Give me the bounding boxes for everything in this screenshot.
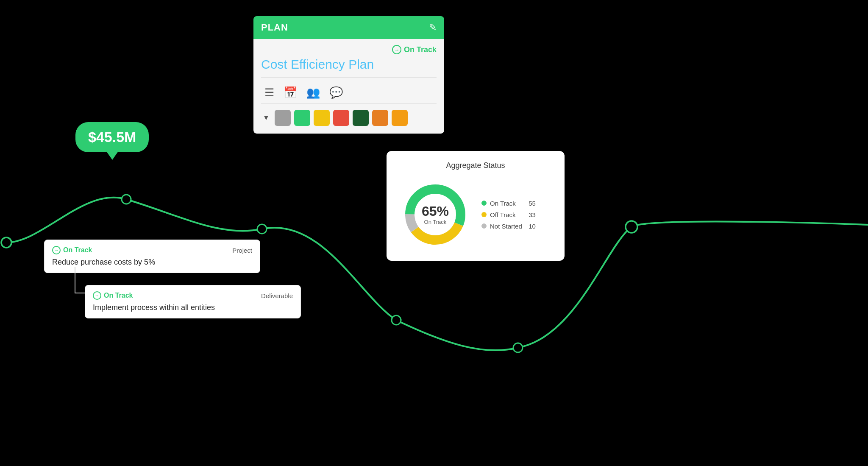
legend-item-on-track: On Track 55 (481, 200, 536, 207)
aggregate-content: 65% On Track On Track 55 Off Track 33 No… (399, 179, 552, 251)
project-card: → On Track Project Reduce purchase costs… (44, 240, 260, 273)
plan-card-body: → On Track Cost Efficiency Plan ☰ 📅 👥 💬 … (253, 39, 444, 134)
project-title: Reduce purchase costs by 5% (52, 258, 252, 267)
plan-card-header: PLAN ✎ (253, 16, 444, 39)
project-card-top: → On Track Project (52, 246, 252, 254)
deliverable-status-icon: → (93, 291, 101, 300)
donut-label: On Track (422, 219, 449, 225)
color-swatch-dark-green[interactable] (353, 110, 369, 126)
value-bubble: $45.5M (75, 122, 149, 152)
project-type-label: Project (232, 247, 252, 254)
legend-label-off-track: Off Track (490, 211, 522, 218)
connector-vertical (75, 267, 75, 293)
plan-card-color-swatches: ▼ (261, 108, 437, 129)
legend-item-off-track: Off Track 33 (481, 211, 536, 218)
deliverable-type-label: Deliverable (261, 292, 293, 299)
legend-dot-off-track (481, 212, 487, 217)
project-status-label: On Track (63, 246, 92, 254)
list-icon[interactable]: ☰ (264, 86, 274, 99)
node-6 (626, 221, 637, 233)
aggregate-legend: On Track 55 Off Track 33 Not Started 10 (481, 200, 536, 230)
legend-item-not-started: Not Started 10 (481, 223, 536, 230)
legend-dot-on-track (481, 201, 487, 206)
plan-card-status: → On Track (261, 45, 437, 54)
legend-dot-not-started (481, 223, 487, 229)
team-icon[interactable]: 👥 (306, 86, 320, 99)
legend-label-on-track: On Track (490, 200, 522, 207)
project-status: → On Track (52, 246, 92, 254)
status-arrow-icon: → (392, 45, 401, 54)
divider-1 (261, 77, 437, 78)
legend-count-not-started: 10 (526, 223, 536, 230)
deliverable-title: Implement process within all entities (93, 303, 293, 312)
calendar-icon[interactable]: 📅 (284, 86, 297, 99)
legend-count-off-track: 33 (526, 211, 536, 218)
donut-center: 65% On Track (422, 204, 449, 225)
status-label: On Track (404, 45, 437, 54)
color-dropdown-icon[interactable]: ▼ (263, 114, 270, 122)
deliverable-card-top: → On Track Deliverable (93, 291, 293, 300)
color-swatch-yellow[interactable] (314, 110, 330, 126)
aggregate-title: Aggregate Status (399, 161, 552, 170)
legend-label-not-started: Not Started (490, 223, 522, 230)
comment-icon[interactable]: 💬 (329, 86, 343, 99)
node-5 (513, 343, 523, 352)
node-4 (392, 315, 401, 325)
deliverable-card: → On Track Deliverable Implement process… (85, 285, 301, 318)
plan-card-header-title: PLAN (261, 22, 288, 33)
node-2 (122, 195, 131, 204)
node-3 (257, 224, 267, 234)
aggregate-card: Aggregate Status 65% On Track (387, 151, 565, 261)
edit-icon[interactable]: ✎ (429, 22, 437, 33)
plan-card-title: Cost Efficiency Plan (261, 57, 437, 72)
bubble-value: $45.5M (88, 129, 136, 145)
deliverable-status-label: On Track (104, 292, 133, 299)
divider-2 (261, 103, 437, 104)
donut-percent: 65% (422, 204, 449, 218)
plan-card-action-icons: ☰ 📅 👥 💬 (261, 83, 437, 103)
status-badge: → On Track (392, 45, 437, 54)
plan-card: PLAN ✎ → On Track Cost Efficiency Plan ☰… (253, 16, 444, 134)
color-swatch-orange[interactable] (372, 110, 388, 126)
project-status-icon: → (52, 246, 61, 254)
deliverable-status: → On Track (93, 291, 133, 300)
donut-chart: 65% On Track (399, 179, 471, 251)
node-1 (1, 237, 11, 248)
color-swatch-green[interactable] (294, 110, 310, 126)
color-swatch-red[interactable] (333, 110, 349, 126)
legend-count-on-track: 55 (526, 200, 536, 207)
color-swatch-amber[interactable] (392, 110, 408, 126)
color-swatch-gray[interactable] (275, 110, 291, 126)
